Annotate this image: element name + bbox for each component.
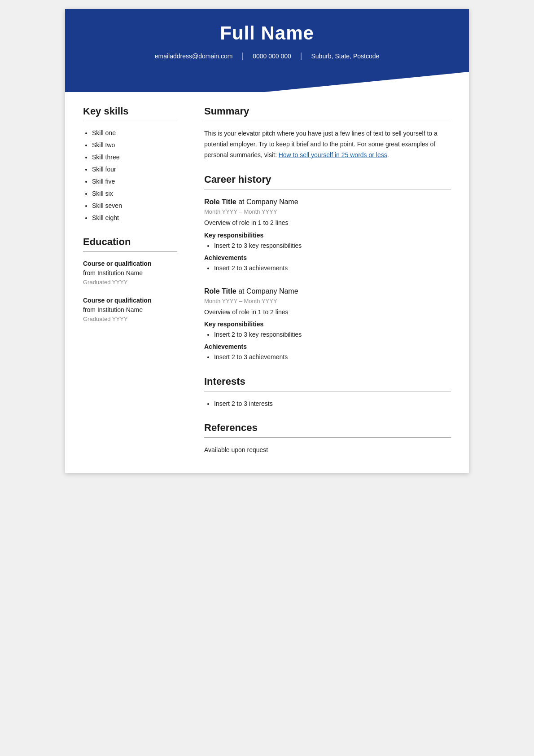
career-history-section: Career history Role Title at Company Nam… — [204, 174, 451, 362]
phone: 0000 000 000 — [253, 53, 291, 60]
list-item: Skill six — [92, 189, 177, 198]
job-responsibilities-1: Insert 2 to 3 key responsibilities — [204, 241, 451, 251]
education-entry-1: Course or qualification from Institution… — [83, 259, 177, 287]
job-entry-1: Role Title at Company Name Month YYYY – … — [204, 197, 451, 273]
references-divider — [204, 437, 451, 438]
resume-document: Full Name emailaddress@domain.com | 0000… — [65, 9, 469, 473]
summary-section: Summary This is your elevator pitch wher… — [204, 105, 451, 160]
list-item: Insert 2 to 3 achievements — [214, 352, 451, 362]
list-item: Skill eight — [92, 213, 177, 223]
skills-divider — [83, 121, 177, 121]
career-history-title: Career history — [204, 174, 451, 185]
job-resp-heading-1: Key responsibilities — [204, 232, 451, 239]
separator-2: | — [300, 51, 302, 61]
job-ach-heading-2: Achievements — [204, 343, 451, 350]
interests-section: Interests Insert 2 to 3 interests — [204, 376, 451, 409]
summary-link-end: . — [387, 151, 389, 158]
job-responsibilities-2: Insert 2 to 3 key responsibilities — [204, 330, 451, 339]
education-section: Education Course or qualification from I… — [83, 236, 177, 323]
skills-list: Skill one Skill two Skill three Skill fo… — [83, 128, 177, 223]
references-title: References — [204, 422, 451, 434]
full-name: Full Name — [83, 22, 451, 51]
edu-year-2: Graduated YYYY — [83, 315, 177, 324]
job-overview-2: Overview of role in 1 to 2 lines — [204, 307, 451, 317]
job-ach-heading-1: Achievements — [204, 254, 451, 261]
job-company-text-1: at Company Name — [238, 198, 298, 206]
education-divider — [83, 251, 177, 252]
list-item: Insert 2 to 3 key responsibilities — [214, 330, 451, 339]
edu-course-1: Course or qualification — [83, 259, 177, 268]
summary-divider — [204, 121, 451, 121]
list-item: Skill one — [92, 128, 177, 138]
key-skills-title: Key skills — [83, 105, 177, 117]
edu-course-2: Course or qualification — [83, 296, 177, 305]
education-title: Education — [83, 236, 177, 248]
summary-link[interactable]: How to sell yourself in 25 words or less — [279, 151, 387, 158]
references-text: Available upon request — [204, 445, 451, 455]
list-item: Skill three — [92, 153, 177, 162]
list-item: Insert 2 to 3 achievements — [214, 263, 451, 273]
summary-paragraph: This is your elevator pitch where you ha… — [204, 128, 451, 160]
resume-header: Full Name emailaddress@domain.com | 0000… — [65, 9, 469, 72]
job-achievements-1: Insert 2 to 3 achievements — [204, 263, 451, 273]
job-title-line-2: Role Title at Company Name — [204, 286, 451, 297]
edu-institution-1: from Institution Name — [83, 268, 177, 278]
email: emailaddress@domain.com — [155, 53, 233, 60]
job-achievements-2: Insert 2 to 3 achievements — [204, 352, 451, 362]
left-column: Key skills Skill one Skill two Skill thr… — [65, 105, 191, 473]
career-divider — [204, 189, 451, 189]
edu-year-1: Graduated YYYY — [83, 278, 177, 287]
job-date-1: Month YYYY – Month YYYY — [204, 208, 451, 215]
right-column: Summary This is your elevator pitch wher… — [191, 105, 469, 473]
job-overview-1: Overview of role in 1 to 2 lines — [204, 218, 451, 228]
interests-divider — [204, 391, 451, 391]
list-item: Skill seven — [92, 201, 177, 211]
list-item: Skill four — [92, 165, 177, 174]
separator-1: | — [241, 51, 244, 61]
location: Suburb, State, Postcode — [311, 53, 379, 60]
list-item: Skill five — [92, 177, 177, 186]
header-diagonal-cut — [65, 72, 469, 92]
list-item: Skill two — [92, 141, 177, 150]
interests-title: Interests — [204, 376, 451, 387]
job-company-text-2: at Company Name — [238, 287, 298, 295]
key-skills-section: Key skills Skill one Skill two Skill thr… — [83, 105, 177, 223]
contact-info: emailaddress@domain.com | 0000 000 000 |… — [83, 51, 451, 70]
job-role-title-2: Role Title — [204, 287, 236, 295]
resume-body: Key skills Skill one Skill two Skill thr… — [65, 92, 469, 473]
summary-title: Summary — [204, 105, 451, 117]
list-item: Insert 2 to 3 key responsibilities — [214, 241, 451, 251]
job-role-title-1: Role Title — [204, 198, 236, 206]
job-resp-heading-2: Key responsibilities — [204, 321, 451, 328]
job-title-line-1: Role Title at Company Name — [204, 197, 451, 207]
education-entry-2: Course or qualification from Institution… — [83, 296, 177, 324]
job-date-2: Month YYYY – Month YYYY — [204, 298, 451, 304]
interests-list: Insert 2 to 3 interests — [204, 399, 451, 409]
list-item: Insert 2 to 3 interests — [214, 399, 451, 409]
job-entry-2: Role Title at Company Name Month YYYY – … — [204, 286, 451, 362]
edu-institution-2: from Institution Name — [83, 305, 177, 315]
references-section: References Available upon request — [204, 422, 451, 455]
